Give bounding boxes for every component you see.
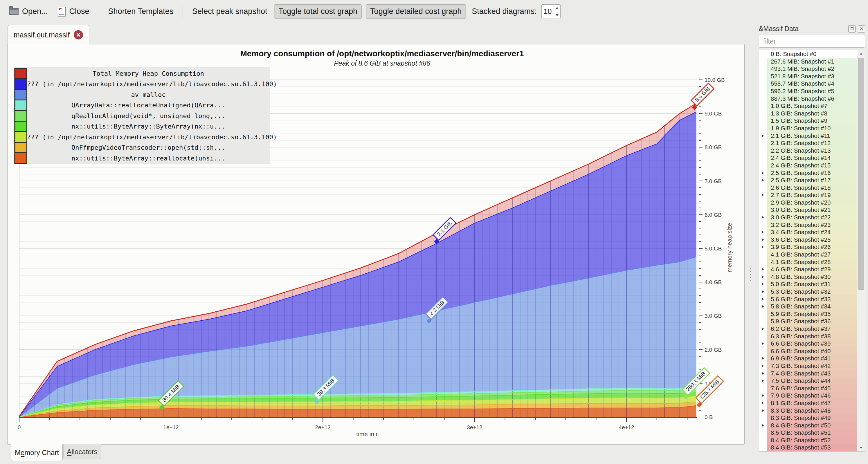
- tab-memory-chart[interactable]: Memory Chart: [11, 444, 63, 461]
- snapshot-item[interactable]: 2.7 GiB: Snapshot #19: [759, 191, 857, 199]
- expand-arrow-icon[interactable]: [762, 357, 764, 360]
- snapshot-item[interactable]: 6.9 GiB: Snapshot #41: [759, 355, 857, 362]
- close-button[interactable]: Close: [54, 4, 93, 19]
- scrollbar-down-icon[interactable]: [857, 444, 865, 451]
- snapshot-item[interactable]: 0 B: Snapshot #0: [759, 50, 857, 58]
- snapshot-list[interactable]: 0 B: Snapshot #0267.6 MiB: Snapshot #149…: [759, 50, 865, 452]
- snapshot-item[interactable]: 2.5 GiB: Snapshot #17: [759, 176, 857, 184]
- snapshot-item[interactable]: 8.3 GiB: Snapshot #49: [759, 414, 857, 422]
- snapshot-item[interactable]: 1.3 GiB: Snapshot #8: [759, 110, 857, 117]
- stepper-up-icon[interactable]: [554, 5, 560, 11]
- expand-arrow-icon[interactable]: [762, 134, 764, 137]
- snapshot-item[interactable]: 7.9 GiB: Snapshot #46: [759, 392, 857, 399]
- toggle-detailed-cost-graph-button[interactable]: Toggle detailed cost graph: [366, 4, 466, 19]
- snapshot-item[interactable]: 887.3 MiB: Snapshot #6: [759, 95, 857, 102]
- expand-arrow-icon[interactable]: [762, 171, 764, 174]
- snapshot-item[interactable]: 3.6 GiB: Snapshot #25: [759, 236, 857, 243]
- snapshot-item[interactable]: 2.1 GiB: Snapshot #12: [759, 139, 857, 147]
- tab-close-icon[interactable]: ✕: [74, 30, 83, 39]
- snapshot-item[interactable]: 6.3 GiB: Snapshot #38: [759, 333, 857, 340]
- expand-arrow-icon[interactable]: [762, 379, 764, 383]
- snapshot-item[interactable]: 3.9 GiB: Snapshot #26: [759, 243, 857, 251]
- expand-arrow-icon[interactable]: [762, 327, 764, 330]
- snapshot-item[interactable]: 8.5 GiB: Snapshot #51: [759, 429, 857, 436]
- toggle-total-cost-graph-button[interactable]: Toggle total cost graph: [274, 4, 362, 19]
- expand-arrow-icon[interactable]: [762, 394, 764, 397]
- expand-arrow-icon[interactable]: [762, 245, 764, 249]
- expand-arrow-icon[interactable]: [762, 231, 764, 234]
- expand-arrow-icon[interactable]: [762, 283, 764, 286]
- snapshot-item[interactable]: 7.3 GiB: Snapshot #42: [759, 362, 857, 370]
- snapshot-item[interactable]: 7.6 GiB: Snapshot #45: [759, 385, 857, 392]
- snapshot-item[interactable]: 7.4 GiB: Snapshot #43: [759, 370, 857, 377]
- snapshot-item[interactable]: 2.6 GiB: Snapshot #18: [759, 184, 857, 192]
- filter-input[interactable]: [759, 35, 865, 47]
- snapshot-item[interactable]: 3.4 GiB: Snapshot #24: [759, 228, 857, 236]
- expand-arrow-icon[interactable]: [762, 342, 764, 345]
- expand-arrow-icon[interactable]: [762, 216, 764, 219]
- dock-float-icon[interactable]: [848, 25, 856, 33]
- expand-arrow-icon[interactable]: [762, 401, 764, 404]
- snapshot-item[interactable]: 2.9 GiB: Snapshot #20: [759, 199, 857, 206]
- snapshot-item[interactable]: 7.5 GiB: Snapshot #44: [759, 377, 857, 385]
- snapshot-item[interactable]: 5.9 GiB: Snapshot #35: [759, 310, 857, 318]
- expand-arrow-icon[interactable]: [762, 372, 764, 375]
- select-peak-snapshot-button[interactable]: Select peak snapshot: [188, 5, 271, 18]
- expand-arrow-icon[interactable]: [762, 424, 764, 427]
- snapshot-item[interactable]: 6.6 GiB: Snapshot #39: [759, 340, 857, 347]
- snapshot-item[interactable]: 5.3 GiB: Snapshot #32: [759, 288, 857, 295]
- snapshot-item[interactable]: 4.1 GiB: Snapshot #27: [759, 251, 857, 258]
- snapshot-item[interactable]: 5.0 GiB: Snapshot #31: [759, 280, 857, 288]
- expand-arrow-icon[interactable]: [762, 238, 764, 241]
- snapshot-item[interactable]: 8.4 GiB: Snapshot #50: [759, 422, 857, 429]
- snapshot-item[interactable]: 2.4 GiB: Snapshot #15: [759, 162, 857, 169]
- expand-arrow-icon[interactable]: [762, 268, 764, 271]
- snapshot-item[interactable]: 2.4 GiB: Snapshot #14: [759, 154, 857, 162]
- snapshot-item[interactable]: 267.6 MiB: Snapshot #1: [759, 58, 857, 65]
- scrollbar-thumb[interactable]: [858, 58, 864, 290]
- shorten-templates-button[interactable]: Shorten Templates: [104, 5, 178, 18]
- expand-arrow-icon[interactable]: [762, 178, 764, 181]
- expand-arrow-icon[interactable]: [762, 290, 764, 293]
- snapshot-item[interactable]: 2.2 GiB: Snapshot #13: [759, 147, 857, 154]
- expand-arrow-icon[interactable]: [762, 305, 764, 308]
- scrollbar-up-icon[interactable]: [857, 50, 865, 57]
- snapshot-item[interactable]: 8.3 GiB: Snapshot #48: [759, 407, 857, 415]
- snapshot-item[interactable]: 6.6 GiB: Snapshot #40: [759, 347, 857, 355]
- expand-arrow-icon[interactable]: [762, 194, 764, 197]
- snapshot-list-scrollbar[interactable]: [857, 50, 865, 451]
- snapshot-item[interactable]: 4.6 GiB: Snapshot #29: [759, 266, 857, 273]
- snapshot-item[interactable]: 2.5 GiB: Snapshot #16: [759, 169, 857, 177]
- snapshot-item[interactable]: 521.8 MiB: Snapshot #3: [759, 72, 857, 80]
- snapshot-item[interactable]: 1.5 GiB: Snapshot #9: [759, 117, 857, 125]
- stepper-down-icon[interactable]: [554, 11, 560, 19]
- tab-allocators[interactable]: Allocators: [63, 444, 101, 459]
- expand-arrow-icon[interactable]: [762, 275, 764, 278]
- snapshot-item[interactable]: 6.2 GiB: Snapshot #37: [759, 325, 857, 333]
- snapshot-item[interactable]: 558.7 MiB: Snapshot #4: [759, 80, 857, 87]
- snapshot-item[interactable]: 493.1 MiB: Snapshot #2: [759, 65, 857, 72]
- snapshot-item[interactable]: 4.8 GiB: Snapshot #30: [759, 273, 857, 280]
- stacked-diagrams-stepper[interactable]: 10: [541, 4, 561, 19]
- tab-massif-out-massif[interactable]: massif.out.massif ✕: [7, 25, 89, 44]
- snapshot-item[interactable]: 4.1 GiB: Snapshot #28: [759, 258, 857, 266]
- open-button[interactable]: Open...: [5, 5, 52, 18]
- snapshot-item[interactable]: 5.6 GiB: Snapshot #33: [759, 295, 857, 303]
- snapshot-item[interactable]: 3.0 GiB: Snapshot #21: [759, 206, 857, 213]
- snapshot-item[interactable]: 596.2 MiB: Snapshot #5: [759, 87, 857, 95]
- dock-close-icon[interactable]: ✕: [858, 25, 865, 33]
- expand-arrow-icon[interactable]: [762, 297, 764, 301]
- snapshot-item[interactable]: 8.4 GiB: Snapshot #52: [759, 436, 857, 444]
- snapshot-item[interactable]: 8.4 GiB: Snapshot #53: [759, 444, 857, 451]
- expand-arrow-icon[interactable]: [762, 409, 764, 412]
- snapshot-item[interactable]: 3.0 GiB: Snapshot #22: [759, 213, 857, 221]
- snapshot-item[interactable]: 1.9 GiB: Snapshot #10: [759, 125, 857, 132]
- snapshot-item[interactable]: 8.1 GiB: Snapshot #47: [759, 399, 857, 407]
- splitter-handle[interactable]: [746, 23, 755, 464]
- snapshot-item[interactable]: 3.2 GiB: Snapshot #23: [759, 221, 857, 229]
- snapshot-item[interactable]: 1.0 GiB: Snapshot #7: [759, 102, 857, 110]
- expand-arrow-icon[interactable]: [762, 364, 764, 367]
- snapshot-item[interactable]: 5.9 GiB: Snapshot #36: [759, 318, 857, 325]
- snapshot-item[interactable]: 2.1 GiB: Snapshot #11: [759, 132, 857, 140]
- snapshot-item[interactable]: 5.8 GiB: Snapshot #34: [759, 303, 857, 310]
